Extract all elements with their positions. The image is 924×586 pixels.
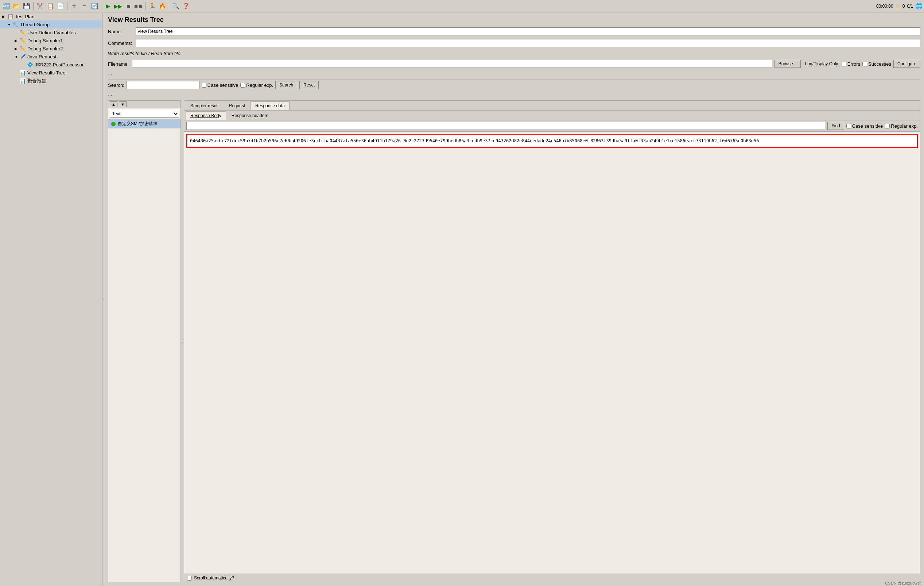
case-sensitive2-checkbox[interactable] <box>846 124 851 128</box>
warning-count: 0 <box>903 4 905 9</box>
regular-exp-checkbox[interactable] <box>240 83 245 88</box>
subtab-response-body[interactable]: Response Body <box>186 111 226 120</box>
separator5 <box>169 2 169 10</box>
sidebar-item-debug1[interactable]: ▶ ✏️ Debug Sampler1 <box>0 36 102 45</box>
reset-button[interactable]: 🔄 <box>90 2 99 11</box>
successes-checkbox-label[interactable]: Successes <box>862 61 891 67</box>
configure-button[interactable]: Configure <box>893 60 920 68</box>
page-title: View Results Tree <box>108 16 920 24</box>
threedot-row1: ··· <box>108 71 920 77</box>
find-input[interactable] <box>186 122 825 130</box>
separator4 <box>145 2 145 10</box>
sidebar-item-jsr223[interactable]: 💠 JSR223 PostProcessor <box>0 61 102 69</box>
cut-button[interactable]: ✂️ <box>35 2 45 11</box>
label-view-results: View Results Tree <box>27 70 66 76</box>
case-sensitive2-label[interactable]: Case sensitive <box>846 123 883 129</box>
case-sensitive-label[interactable]: Case sensitive <box>202 83 238 88</box>
toolbar: 🆕 📂 💾 ✂️ 📋 📄 + − 🔄 ▶ ▶▶ ⏹ ⏹⏹ 🏃 🔥 🔍 ❓ 00:… <box>0 0 924 12</box>
response-content: 046430a25acbc72fdcc59b7d1b7b2b596c7e60c4… <box>186 134 918 148</box>
icon-java-request: 🖊️ <box>20 54 26 60</box>
stop-button[interactable]: ⏹ <box>124 2 133 11</box>
subtabs-row: Response Body Response headers <box>184 111 920 121</box>
left-panel-toolbar: ▲ ▼ <box>108 101 180 108</box>
status-bar: CSDN @zuozuower <box>882 580 924 586</box>
new-button[interactable]: 🆕 <box>2 2 11 11</box>
scroll-auto-label: Scroll automatically? <box>194 575 234 581</box>
label-jsr223: JSR223 PostProcessor <box>35 62 84 68</box>
tab-request[interactable]: Request <box>224 101 250 110</box>
search-tree-button[interactable]: 🔍 <box>171 2 180 11</box>
errors-checkbox[interactable] <box>842 62 846 66</box>
find-button[interactable]: Find <box>827 122 844 130</box>
regular-exp2-label[interactable]: Regular exp. <box>885 123 918 129</box>
filename-label: Filename <box>108 61 130 67</box>
sidebar-item-aggregate[interactable]: 📊 聚合报告 <box>0 77 102 85</box>
open-button[interactable]: 📂 <box>12 2 21 11</box>
case-sensitive-text: Case sensitive <box>208 83 238 88</box>
sidebar-item-java-request[interactable]: ▼ 🖊️ Java Request <box>0 53 102 61</box>
globe-icon: 🌐 <box>915 3 922 10</box>
comments-input[interactable] <box>136 39 920 47</box>
search-button[interactable]: Search <box>275 81 297 89</box>
run-button[interactable]: ▶ <box>103 2 113 11</box>
sidebar-item-view-results[interactable]: 📊 View Results Tree <box>0 69 102 77</box>
help-button[interactable]: ❓ <box>181 2 191 11</box>
text-dropdown-wrapper[interactable]: Text <box>108 108 180 119</box>
label-aggregate: 聚合报告 <box>27 78 46 84</box>
sidebar-item-user-vars[interactable]: ✏️ User Defined Variables <box>0 28 102 36</box>
run-all-button[interactable]: ▶▶ <box>114 2 123 11</box>
split-panel: ▲ ▼ Text 自定义SM2加密请求 ⋮ <box>108 100 920 582</box>
main-layout: ▶ 📋 Test Plan ▼ 🔧 Thread Group ✏️ User D… <box>0 12 924 586</box>
search-bar: Search: Case sensitive Regular exp. Sear… <box>108 79 920 90</box>
status-text: CSDN @zuozuower <box>885 581 921 585</box>
sidebar-item-thread-group[interactable]: ▼ 🔧 Thread Group <box>0 20 102 28</box>
down-button[interactable]: ▼ <box>119 101 127 107</box>
successes-label: Successes <box>868 61 891 67</box>
tab-sampler-result[interactable]: Sampler result <box>186 101 223 110</box>
response-body-area: 046430a25acbc72fdcc59b7d1b7b2b596c7e60c4… <box>184 132 920 574</box>
stop-all-button[interactable]: ⏹⏹ <box>134 2 143 11</box>
case-sensitive-checkbox[interactable] <box>202 83 206 88</box>
up-button[interactable]: ▲ <box>110 101 117 107</box>
icon-user-vars: ✏️ <box>20 30 26 35</box>
errors-checkbox-label[interactable]: Errors <box>842 61 860 67</box>
sidebar-item-test-plan[interactable]: ▶ 📋 Test Plan <box>0 12 102 20</box>
left-panel: ▲ ▼ Text 自定义SM2加密请求 <box>108 100 181 582</box>
horizontal-divider[interactable]: ⋮ <box>181 100 184 582</box>
paste-button[interactable]: 📄 <box>56 2 65 11</box>
browse-button[interactable]: Browse... <box>774 60 801 68</box>
right-panel: Sampler result Request Response data Res… <box>184 100 920 582</box>
find-row: Find Case sensitive Regular exp. <box>184 121 920 132</box>
name-label: Name: <box>108 29 134 34</box>
label-debug1: Debug Sampler1 <box>27 38 63 43</box>
arrow-debug1: ▶ <box>15 39 18 43</box>
label-user-vars: User Defined Variables <box>27 30 76 35</box>
reset-btn[interactable]: Reset <box>299 81 319 89</box>
remove-button[interactable]: − <box>79 2 89 11</box>
tab-response-data[interactable]: Response data <box>251 101 290 110</box>
warning-icon: ⚠ <box>896 3 900 9</box>
threedot1: ··· <box>108 71 112 77</box>
regular-exp2-text: Regular exp. <box>891 123 918 129</box>
tabs-row: Sampler result Request Response data <box>184 101 920 111</box>
scroll-auto-checkbox[interactable] <box>187 576 192 581</box>
search-input[interactable] <box>127 81 200 89</box>
success-indicator <box>111 122 116 126</box>
result-item-0[interactable]: 自定义SM2加密请求 <box>108 119 180 128</box>
label-thread-group: Thread Group <box>20 22 50 27</box>
write-results-label: Write results to file / Read from file <box>108 51 920 56</box>
regular-exp-label[interactable]: Regular exp. <box>240 83 273 88</box>
remote-run2-button[interactable]: 🔥 <box>158 2 167 11</box>
regular-exp2-checkbox[interactable] <box>885 124 890 128</box>
subtab-response-headers[interactable]: Response headers <box>227 111 273 120</box>
remote-run-button[interactable]: 🏃 <box>147 2 157 11</box>
sidebar-item-debug2[interactable]: ▶ ✏️ Debug Sampler2 <box>0 45 102 53</box>
threedot2: ··· <box>108 92 112 98</box>
text-dropdown[interactable]: Text <box>110 110 179 118</box>
successes-checkbox[interactable] <box>862 62 867 66</box>
save-button[interactable]: 💾 <box>22 2 31 11</box>
copy-button[interactable]: 📋 <box>46 2 55 11</box>
filename-input[interactable] <box>132 60 772 68</box>
name-input[interactable] <box>136 27 920 35</box>
add-button[interactable]: + <box>69 2 79 11</box>
